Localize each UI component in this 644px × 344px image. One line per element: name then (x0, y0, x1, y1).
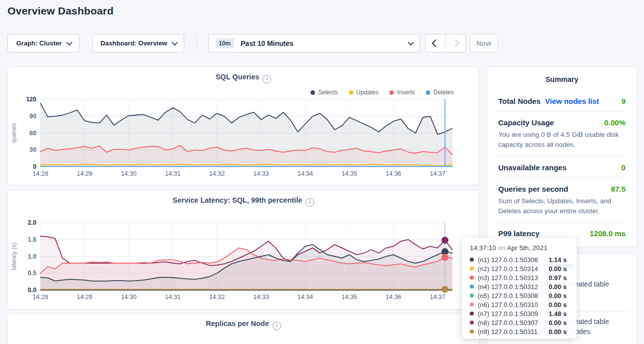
node-color-dot (470, 267, 474, 271)
node-latency-value: 1.48 s (549, 310, 567, 318)
chevron-down-icon (66, 39, 72, 46)
svg-text:queries: queries (10, 123, 17, 143)
info-icon[interactable]: i (306, 198, 314, 207)
qps-label: Queries per second (498, 185, 568, 193)
svg-text:120: 120 (26, 96, 36, 103)
summary-row-unavailable-ranges: Unavailable ranges 0 (498, 156, 626, 178)
chevron-down-icon (171, 39, 178, 46)
info-icon[interactable]: i (263, 75, 271, 83)
node-color-dot (470, 294, 474, 298)
graph-dropdown-label: Graph: Cluster (16, 39, 61, 47)
svg-text:0: 0 (33, 163, 36, 170)
graph-dropdown[interactable]: Graph: Cluster (7, 34, 79, 52)
node-latency-value: 1.14 s (549, 256, 567, 264)
svg-text:14:31: 14:31 (165, 294, 181, 301)
qps-desc: Sum of Selects, Updates, Inserts, and De… (498, 196, 626, 217)
summary-row-total-nodes: Total Nodes View nodes list 9 (498, 90, 626, 111)
node-address: (n6) 127.0.0.1:50310 (478, 301, 549, 309)
svg-text:14:31: 14:31 (165, 170, 181, 177)
node-address: (n3) 127.0.0.1:50313 (478, 274, 549, 282)
node-address: (n7) 127.0.0.1:50309 (478, 310, 549, 318)
svg-text:30: 30 (29, 146, 36, 153)
summary-panel: Summary Total Nodes View nodes list 9 Ca… (487, 66, 637, 247)
unavailable-ranges-label: Unavailable ranges (498, 163, 567, 172)
capacity-usage-label: Capacity Usage (498, 118, 554, 127)
tooltip-row: (n9) 127.0.0.1:503110.00 s (470, 327, 569, 336)
info-icon[interactable]: i (273, 322, 281, 330)
svg-text:14:34: 14:34 (298, 170, 313, 177)
node-latency-value: 0.00 s (549, 328, 567, 336)
summary-heading: Summary (498, 74, 626, 83)
tooltip-timestamp: 14:37:10 on Apr 5th, 2021 (470, 244, 569, 252)
replicas-chart-title: Replicas per Nodei (8, 320, 479, 330)
node-address: (n9) 127.0.0.1:50311 (478, 328, 549, 336)
node-address: (n4) 127.0.0.1:50312 (478, 283, 549, 291)
time-forward-button[interactable] (445, 34, 465, 52)
time-step-buttons (425, 34, 466, 52)
tooltip-row: (n7) 127.0.0.1:503091.48 s (470, 309, 569, 318)
node-latency-value: 0.00 s (549, 301, 567, 309)
sql-queries-card: SQL Queriesi SelectsUpdatesInsertsDelete… (7, 66, 479, 185)
svg-text:14:29: 14:29 (77, 294, 92, 301)
node-color-dot (470, 276, 474, 280)
node-latency-value: 0.00 s (549, 319, 567, 327)
node-color-dot (470, 321, 474, 325)
svg-text:14:37: 14:37 (430, 170, 445, 177)
tooltip-row: (n6) 127.0.0.1:503100.00 s (470, 300, 569, 309)
page-title: Overview Dashboard (7, 5, 114, 17)
capacity-usage-desc: You are using 0 B of 4.5 GiB usable disk… (498, 130, 626, 150)
svg-text:latency (s): latency (s) (10, 243, 17, 270)
svg-text:14:32: 14:32 (209, 170, 225, 177)
svg-text:14:37: 14:37 (430, 294, 445, 301)
total-nodes-label: Total Nodes (498, 97, 541, 105)
svg-text:14:32: 14:32 (209, 294, 225, 301)
service-latency-card: Service Latency: SQL, 99th percentilei 1… (7, 190, 479, 310)
dashboard-dropdown-label: Dashboard: Overview (100, 39, 167, 47)
time-range-badge: 10m (216, 38, 234, 48)
svg-text:14:28: 14:28 (32, 294, 48, 301)
now-button[interactable]: Now (470, 34, 498, 52)
tooltip-row: (n5) 127.0.0.1:503080.00 s (470, 291, 569, 300)
svg-text:14:36: 14:36 (386, 170, 401, 177)
time-range-label: Past 10 Minutes (241, 39, 408, 47)
svg-text:14:35: 14:35 (341, 170, 357, 177)
node-address: (n2) 127.0.0.1:50314 (478, 265, 549, 273)
dashboard-dropdown[interactable]: Dashboard: Overview (92, 34, 184, 52)
qps-value: 87.5 (611, 185, 626, 193)
svg-text:90: 90 (29, 113, 36, 120)
service-latency-chart-title: Service Latency: SQL, 99th percentilei (8, 196, 479, 207)
overview-dashboard-page: Overview Dashboard Graph: Cluster Dashbo… (0, 0, 644, 344)
node-latency-value: 0.00 s (549, 292, 567, 300)
node-color-dot (470, 258, 474, 262)
svg-text:14:35: 14:35 (341, 294, 357, 301)
svg-text:2.0: 2.0 (28, 219, 36, 226)
tooltip-node-list: (n1) 127.0.0.1:503061.14 s(n2) 127.0.0.1… (470, 255, 569, 336)
sql-queries-chart[interactable]: 14:2814:2914:3014:3114:3214:3314:3414:35… (8, 93, 480, 184)
tooltip-row: (n2) 127.0.0.1:503140.00 s (470, 264, 569, 273)
node-color-dot (470, 303, 474, 307)
p99-latency-label: P99 latency (498, 229, 540, 238)
svg-text:14:33: 14:33 (253, 170, 269, 177)
controls-divider (197, 35, 197, 51)
time-back-button[interactable] (426, 34, 445, 52)
node-latency-value: 0.97 s (549, 274, 567, 282)
chevron-left-icon (432, 39, 440, 47)
svg-text:14:30: 14:30 (121, 170, 136, 177)
svg-text:1.5: 1.5 (28, 236, 36, 243)
service-latency-chart[interactable]: 14:2814:2914:3014:3114:3214:3314:3414:35… (8, 216, 480, 309)
node-latency-value: 0.00 s (549, 265, 567, 273)
node-latency-value: 0.00 s (549, 283, 567, 291)
unavailable-ranges-value: 0 (622, 163, 626, 172)
svg-text:14:29: 14:29 (77, 170, 92, 177)
tooltip-row: (n1) 127.0.0.1:503061.14 s (470, 255, 569, 264)
tooltip-row: (n4) 127.0.0.1:503120.00 s (470, 282, 569, 291)
node-color-dot (470, 285, 474, 289)
summary-row-capacity: Capacity Usage 0.00% You are using 0 B o… (498, 111, 626, 156)
svg-text:14:30: 14:30 (121, 294, 136, 301)
capacity-usage-value: 0.00% (604, 118, 626, 127)
svg-text:1.0: 1.0 (28, 253, 36, 260)
tooltip-row: (n8) 127.0.0.1:503070.00 s (470, 318, 569, 327)
svg-text:0.0: 0.0 (28, 287, 36, 294)
view-nodes-list-link[interactable]: View nodes list (545, 97, 599, 105)
time-range-dropdown[interactable]: 10m Past 10 Minutes (208, 34, 420, 52)
